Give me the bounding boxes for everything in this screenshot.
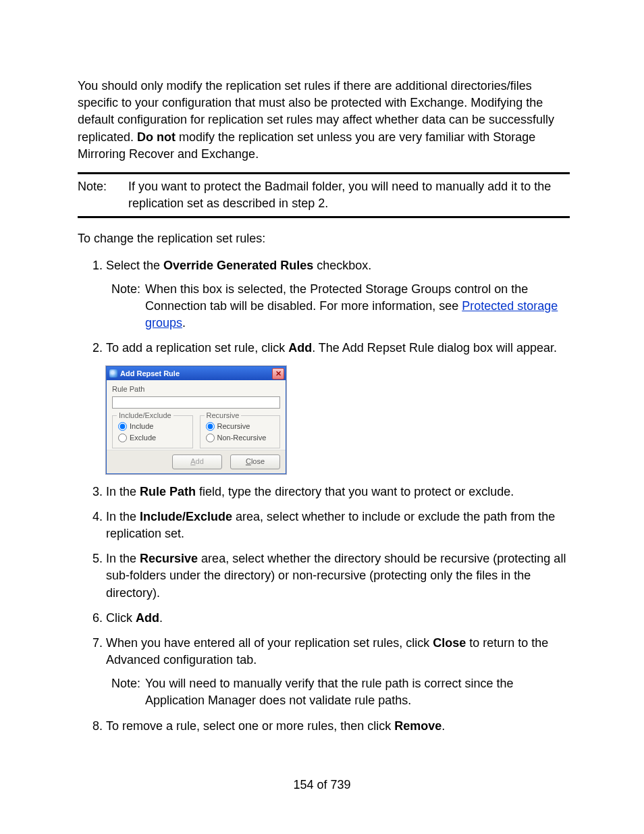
include-radio-input[interactable]: [118, 422, 127, 431]
exclude-radio-input[interactable]: [118, 434, 127, 442]
step-4: In the Include/Exclude area, select whet…: [106, 509, 570, 542]
step-5-bold: Recursive: [140, 552, 198, 565]
recursive-radio-input[interactable]: [206, 422, 215, 431]
dialog-close-button[interactable]: Close: [230, 454, 280, 469]
rule-path-label: Rule Path: [112, 384, 280, 394]
dialog-close-u: C: [246, 457, 251, 467]
step-8-text-a: To remove a rule, select one or more rul…: [106, 719, 394, 733]
step-4-bold: Include/Exclude: [140, 510, 232, 523]
dialog-titlebar[interactable]: Add Repset Rule ✕: [107, 367, 286, 380]
step-1-note-label: Note:: [111, 281, 145, 298]
step-3-text-a: In the: [106, 485, 140, 498]
step-7-note-text: You will need to manually verify that th…: [145, 675, 570, 709]
include-exclude-group: Include/Exclude Include Exclude: [112, 415, 193, 448]
step-4-text-a: In the: [106, 510, 140, 523]
dialog-close-icon[interactable]: ✕: [272, 368, 284, 380]
step-1-note-b: .: [182, 316, 186, 330]
step-2-text-b: . The Add Repset Rule dialog box will ap…: [312, 341, 557, 355]
step-7: When you have entered all of your replic…: [106, 635, 570, 710]
step-2-bold: Add: [288, 341, 312, 355]
page-number: 154 of 739: [0, 777, 644, 793]
nonrecursive-radio-label: Non-Recursive: [217, 433, 267, 443]
step-1-note-text: When this box is selected, the Protected…: [145, 281, 570, 332]
recursive-group: Recursive Recursive Non-Recursive: [200, 415, 281, 448]
dialog-add-rest: dd: [196, 457, 204, 467]
include-exclude-legend: Include/Exclude: [117, 411, 173, 421]
dialog-close-rest: lose: [251, 457, 265, 467]
steps-list: Select the Override Generated Rules chec…: [78, 257, 570, 735]
step-1: Select the Override Generated Rules chec…: [106, 257, 570, 332]
intro-paragraph: You should only modify the replication s…: [78, 78, 570, 163]
dialog-add-u: A: [190, 457, 195, 467]
dialog-title: Add Repset Rule: [120, 369, 180, 379]
step-8-bold: Remove: [394, 719, 441, 733]
recursive-radio[interactable]: Recursive: [206, 421, 275, 432]
step-6-text-b: .: [159, 611, 163, 625]
nonrecursive-radio[interactable]: Non-Recursive: [206, 433, 275, 443]
rule-path-input[interactable]: [112, 396, 280, 409]
step-6-text-a: Click: [106, 611, 136, 625]
include-radio-label: Include: [130, 421, 153, 432]
recursive-legend: Recursive: [205, 411, 242, 421]
step-6: Click Add.: [106, 610, 570, 627]
step-2: To add a replication set rule, click Add…: [106, 340, 570, 473]
step-3-text-b: field, type the directory that you want …: [196, 485, 514, 498]
step-3-bold: Rule Path: [140, 485, 196, 498]
step-1-note: Note: When this box is selected, the Pro…: [111, 281, 570, 332]
add-repset-rule-dialog: Add Repset Rule ✕ Rule Path Include/Excl…: [106, 366, 286, 473]
note-block-badmail: Note: If you want to protect the Badmail…: [78, 172, 570, 218]
include-radio[interactable]: Include: [118, 421, 187, 432]
note-label: Note:: [78, 178, 128, 195]
dialog-app-icon: [109, 369, 117, 377]
note-text: If you want to protect the Badmail folde…: [128, 178, 570, 212]
nonrecursive-radio-input[interactable]: [206, 434, 215, 442]
step-1-text-a: Select the: [106, 259, 163, 272]
step-8: To remove a rule, select one or more rul…: [106, 718, 570, 735]
intro-bold: Do not: [137, 130, 176, 144]
step-6-bold: Add: [136, 611, 159, 625]
step-5-text-a: In the: [106, 552, 140, 565]
step-3: In the Rule Path field, type the directo…: [106, 484, 570, 500]
step-8-text-b: .: [441, 719, 445, 733]
exclude-radio-label: Exclude: [130, 433, 156, 443]
step-1-text-b: checkbox.: [313, 259, 371, 272]
lead-sentence: To change the replication set rules:: [78, 230, 570, 247]
step-1-bold: Override Generated Rules: [163, 259, 313, 272]
exclude-radio[interactable]: Exclude: [118, 433, 187, 443]
step-2-text-a: To add a replication set rule, click: [106, 341, 288, 355]
recursive-radio-label: Recursive: [217, 421, 250, 432]
step-7-text-a: When you have entered all of your replic…: [106, 636, 433, 650]
step-5: In the Recursive area, select whether th…: [106, 550, 570, 602]
step-7-bold: Close: [433, 636, 466, 650]
step-7-note-label: Note:: [111, 675, 145, 692]
step-7-note: Note: You will need to manually verify t…: [111, 675, 570, 709]
dialog-add-button[interactable]: Add: [172, 454, 222, 469]
